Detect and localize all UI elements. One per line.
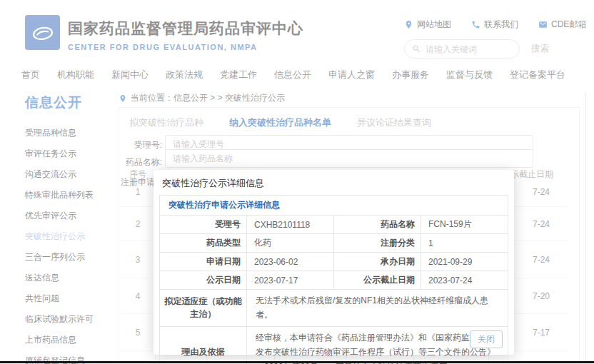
modal-detail-table: 突破性治疗申请公示详细信息 受理号 CXHB2101118 药品名称 FCN-1… <box>159 195 508 364</box>
registration-class-value: 1 <box>421 234 508 253</box>
drug-type-value: 化药 <box>247 234 334 253</box>
page: 国家药品监督管理局药品审评中心 CENTER FOR DRUG EVALUATI… <box>0 0 594 364</box>
modal-footer: 关闭 <box>470 330 503 348</box>
field-label: 公示日期 <box>160 271 247 290</box>
acceptance-number-value: CXHB2101118 <box>247 216 334 234</box>
publicity-deadline-value: 2023-07-24 <box>421 271 508 290</box>
field-label: 申请日期 <box>160 253 247 271</box>
close-button[interactable]: 关闭 <box>470 330 503 348</box>
modal-title: 突破性治疗公示详细信息 <box>153 170 514 195</box>
indication-value: 无法手术或术后残留/复发的NF1相关的丛状神经纤维瘤成人患者。 <box>247 290 508 327</box>
field-label: 承办日期 <box>334 253 421 271</box>
reason-value: 经审核，本申请符合《药品注册管理办法》和《国家药监局关于发布突破性治疗药物审评工… <box>247 326 508 364</box>
reason-label: 理由及依据 <box>160 326 247 364</box>
field-label: 药品类型 <box>160 234 247 253</box>
modal-section-title: 突破性治疗申请公示详细信息 <box>160 196 508 216</box>
application-date-value: 2023-06-02 <box>247 253 334 271</box>
field-label: 公示截止日期 <box>334 271 421 290</box>
window-bottom-edge <box>0 361 594 363</box>
indication-label: 拟定适应症（或功能主治） <box>160 290 247 327</box>
field-label: 注册分类 <box>334 234 421 253</box>
publicity-date-value: 2023-07-17 <box>247 271 334 290</box>
field-label: 受理号 <box>160 216 247 234</box>
field-label: 药品名称 <box>334 216 421 234</box>
undertake-date-value: 2021-09-29 <box>421 253 508 271</box>
drug-name-value: FCN-159片 <box>421 216 508 234</box>
breakthrough-detail-modal: 突破性治疗公示详细信息 突破性治疗申请公示详细信息 受理号 CXHB210111… <box>153 170 514 355</box>
scrollbar-track[interactable] <box>585 93 586 360</box>
